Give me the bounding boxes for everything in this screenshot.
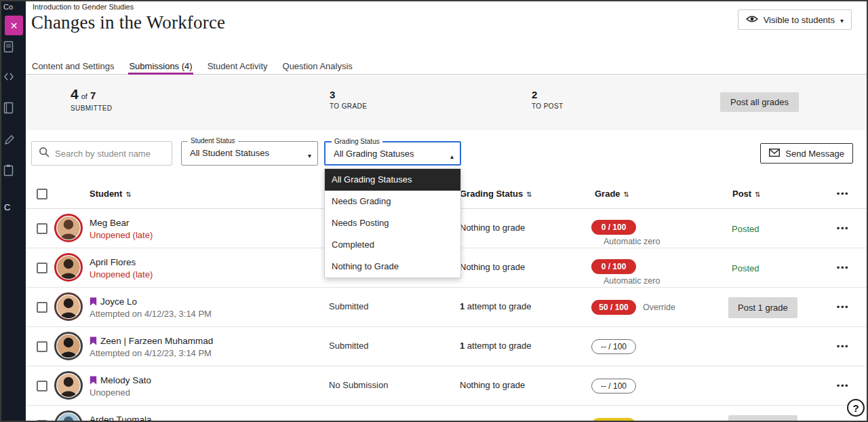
grading-status-value: All Grading Statuses: [334, 149, 414, 159]
grade-pill[interactable]: 50 / 100: [591, 300, 636, 315]
row-menu-button[interactable]: [837, 223, 849, 233]
pencil-icon[interactable]: [3, 134, 14, 146]
clipboard-icon[interactable]: [3, 164, 14, 176]
post-grade-button[interactable]: Post 1 grade: [728, 415, 797, 421]
grading-status-select[interactable]: Grading Status All Grading Statuses: [324, 141, 461, 166]
tab-question-analysis[interactable]: Question Analysis: [282, 52, 353, 74]
student-status-text: Attempted on 4/12/23, 3:14 PM: [90, 309, 212, 319]
close-panel-button[interactable]: ✕: [5, 16, 23, 35]
grading-status: Nothing to grade: [460, 380, 525, 390]
grading-status-option[interactable]: Completed: [325, 234, 460, 256]
row-checkbox[interactable]: [37, 381, 47, 391]
student-status-value: All Student Statuses: [190, 148, 269, 158]
row-menu-button[interactable]: [837, 263, 849, 273]
grading-status-option[interactable]: Needs Grading: [325, 191, 460, 212]
to-post-label: TO POST: [532, 102, 564, 110]
row-checkbox[interactable]: [37, 341, 47, 352]
tab-student-activity[interactable]: Student Activity: [207, 52, 269, 74]
post-cell: Post 1 grade: [728, 288, 797, 327]
grading-status-label: Grading Status: [332, 138, 382, 145]
grade-pill[interactable]: 70 / 100: [591, 418, 636, 421]
eye-icon: [746, 15, 758, 25]
tab-content-and-settings[interactable]: Content and Settings: [31, 52, 115, 74]
student-status-text: Unopened (late): [90, 230, 153, 240]
to-grade-label: TO GRADE: [330, 102, 367, 110]
student-search: [31, 141, 172, 166]
column-post[interactable]: Post: [732, 189, 761, 199]
submitted-of: of: [81, 92, 87, 100]
post-cell: Post 1 grade: [728, 406, 797, 421]
search-input[interactable]: [55, 149, 163, 159]
row-checkbox[interactable]: [37, 420, 47, 421]
journal-icon[interactable]: [3, 102, 14, 114]
to-post-count: 2: [532, 89, 537, 100]
avatar[interactable]: [54, 253, 83, 282]
grade-cell: 70 / 100: [591, 418, 636, 421]
to-grade-count: 3: [330, 89, 335, 100]
visibility-dropdown[interactable]: Visible to students: [738, 9, 852, 30]
column-student[interactable]: Student: [90, 189, 132, 199]
grading-status: Nothing to grade: [460, 223, 525, 233]
app-window: Co ✕ C Introduction to Gender Studies Ch…: [0, 0, 868, 422]
student-name[interactable]: Zeen | Farzeen Muhammad: [100, 336, 213, 346]
student-cell: Melody Sato Unopened: [90, 375, 151, 398]
student-name[interactable]: April Flores: [90, 257, 136, 267]
student-status-text: Unopened (late): [90, 269, 153, 280]
grade-cell: 0 / 100 Automatic zero: [591, 220, 660, 246]
posted-label: Posted: [732, 224, 759, 234]
grading-status: Nothing to grade: [460, 419, 525, 421]
submitted-label: SUBMITTED: [71, 104, 112, 112]
avatar[interactable]: [54, 371, 83, 400]
assessment-panel: Introduction to Gender Studies Changes i…: [26, 1, 867, 421]
row-checkbox[interactable]: [37, 223, 47, 234]
grading-status-option[interactable]: All Grading Statuses: [325, 169, 460, 191]
row-menu-button[interactable]: [837, 302, 849, 312]
send-message-button[interactable]: Send Message: [760, 143, 853, 164]
grade-pill[interactable]: 0 / 100: [591, 220, 636, 235]
student-status-select[interactable]: Student Status All Student Statuses: [181, 141, 318, 166]
row-checkbox[interactable]: [37, 263, 47, 273]
accommodation-flag-icon: [90, 376, 97, 385]
code-icon[interactable]: [3, 71, 14, 83]
tab-submissions-4[interactable]: Submissions (4): [128, 52, 193, 74]
student-row: Melody Sato Unopened No Submission Nothi…: [26, 366, 867, 406]
visibility-label: Visible to students: [764, 15, 835, 25]
student-name[interactable]: Melody Sato: [100, 375, 151, 385]
avatar[interactable]: [54, 332, 83, 360]
grading-status-menu: All Grading StatusesNeeds GradingNeeds P…: [324, 168, 461, 278]
avatar[interactable]: [54, 214, 83, 242]
student-cell: April Flores Unopened (late): [90, 257, 153, 280]
student-name[interactable]: Meg Bear: [90, 218, 130, 228]
avatar[interactable]: [54, 410, 83, 421]
avatar[interactable]: [54, 292, 83, 321]
document-icon[interactable]: [3, 41, 14, 53]
post-grade-button[interactable]: Post 1 grade: [728, 297, 797, 318]
grading-status-option[interactable]: Nothing to Grade: [325, 256, 460, 277]
chevron-down-icon: [840, 15, 844, 25]
row-menu-button[interactable]: [837, 420, 849, 421]
grade-pill[interactable]: 0 / 100: [591, 259, 636, 274]
row-checkbox[interactable]: [37, 302, 47, 313]
student-cell: Joyce Lo Attempted on 4/12/23, 3:14 PM: [90, 296, 212, 319]
column-grading-status[interactable]: Grading Status: [460, 189, 532, 199]
student-cell: Meg Bear Unopened (late): [90, 218, 153, 240]
column-grade[interactable]: Grade: [595, 189, 629, 199]
post-all-grades-button[interactable]: Post all grades: [720, 92, 799, 112]
grade-pill[interactable]: -- / 100: [591, 379, 636, 394]
select-all-checkbox[interactable]: [37, 189, 47, 199]
breadcrumb[interactable]: Introduction to Gender Studies: [33, 3, 134, 11]
post-cell: Posted: [728, 248, 759, 288]
student-name[interactable]: Arden Tuomala: [90, 415, 152, 421]
grade-pill[interactable]: -- / 100: [591, 339, 636, 354]
row-menu-button[interactable]: [837, 381, 849, 391]
student-row: Zeen | Farzeen Muhammad Attempted on 4/1…: [26, 327, 867, 366]
table-menu-button[interactable]: [837, 189, 849, 199]
chevron-up-icon: [450, 149, 454, 161]
student-name[interactable]: Joyce Lo: [100, 296, 137, 307]
help-button[interactable]: ?: [847, 399, 865, 417]
grading-status-option[interactable]: Needs Posting: [325, 212, 460, 234]
chevron-down-icon: [308, 149, 311, 161]
stats-bar: 4 of 7 SUBMITTED 3 TO GRADE 2 TO POST Po…: [26, 75, 867, 130]
row-menu-button[interactable]: [837, 341, 849, 351]
grade-cell: 50 / 100 Override: [591, 300, 675, 315]
